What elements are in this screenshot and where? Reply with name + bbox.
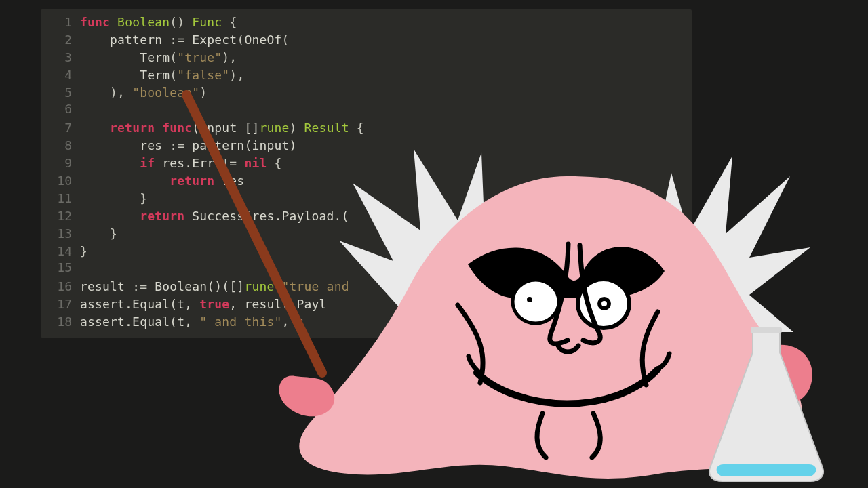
line-number: 9 [41, 156, 80, 170]
code-text: func Boolean() Func { [80, 14, 237, 31]
code-text: res := pattern(input) [80, 137, 297, 155]
svg-point-2 [527, 297, 532, 302]
line-number: 6 [41, 102, 80, 116]
code-line: 6 [41, 102, 692, 119]
svg-rect-6 [751, 327, 782, 333]
line-number: 13 [41, 226, 80, 241]
line-number: 14 [41, 244, 80, 258]
line-number: 17 [41, 297, 80, 311]
code-text: } [80, 225, 117, 243]
line-number: 11 [41, 191, 80, 205]
line-number: 10 [41, 174, 80, 188]
code-text: assert.Equal(t, " and this", s [80, 313, 304, 331]
code-text: if res.Err != nil { [80, 155, 282, 172]
line-number: 8 [41, 138, 80, 152]
code-text: } [80, 190, 147, 207]
line-number: 15 [41, 260, 80, 274]
code-line: 2 pattern := Expect(OneOf( [41, 31, 692, 49]
code-text: Term("false"), [80, 66, 244, 84]
code-line: 4 Term("false"), [41, 66, 692, 84]
line-number: 12 [41, 209, 80, 223]
line-number: 7 [41, 121, 80, 135]
line-number: 5 [41, 85, 80, 100]
mascot-illustration [275, 129, 831, 488]
line-number: 18 [41, 314, 80, 329]
line-number: 3 [41, 50, 80, 64]
line-number: 4 [41, 68, 80, 82]
line-number: 16 [41, 279, 80, 293]
svg-point-5 [601, 301, 607, 306]
code-line: 1func Boolean() Func { [41, 14, 692, 31]
code-line: 3 Term("true"), [41, 49, 692, 66]
code-text: return res [80, 172, 244, 190]
arm-left [279, 376, 334, 417]
line-number: 1 [41, 15, 80, 29]
code-text: pattern := Expect(OneOf( [80, 31, 290, 49]
code-text: } [80, 243, 87, 260]
code-line: 5 ), "boolean") [41, 84, 692, 102]
line-number: 2 [41, 33, 80, 47]
code-text: Term("true"), [80, 49, 237, 66]
svg-point-1 [513, 280, 559, 323]
